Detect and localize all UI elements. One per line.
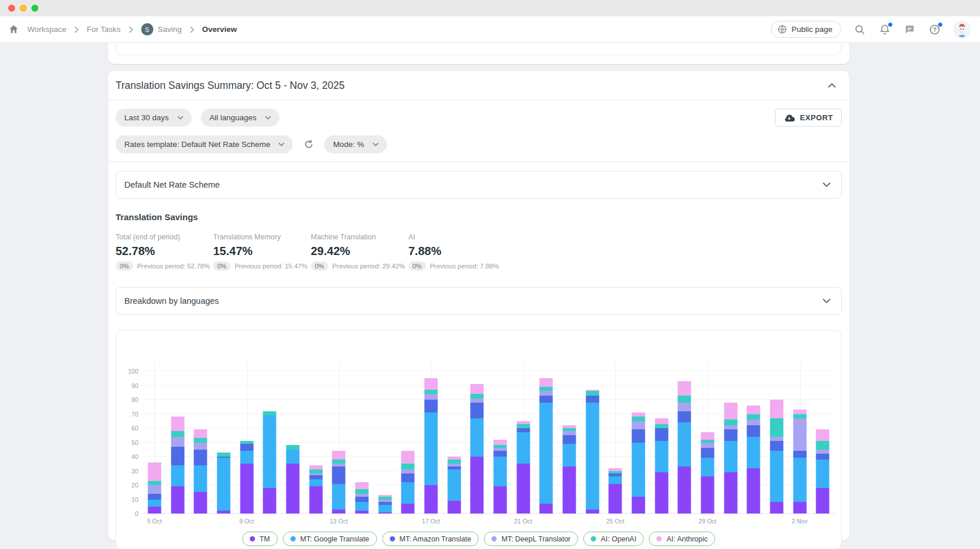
bar-segment [747, 468, 760, 514]
public-page-button[interactable]: Public page [771, 21, 841, 38]
home-icon[interactable] [7, 23, 20, 36]
export-button[interactable]: EXPORT [775, 109, 842, 127]
rate-scheme-section[interactable]: Default Net Rate Scheme [116, 171, 842, 199]
bar-segment [770, 441, 783, 451]
breakdown-by-languages-section[interactable]: Breakdown by languages [116, 287, 842, 315]
stacked-bar [701, 432, 714, 514]
bar-segment [770, 418, 783, 437]
chevron-down-icon [177, 116, 184, 120]
bar-segment [194, 443, 207, 450]
bar-segment [747, 419, 760, 425]
legend-item[interactable]: AI: Anthropic [649, 532, 715, 546]
legend-item[interactable]: MT: Google Translate [283, 532, 377, 546]
bar-segment [678, 411, 691, 423]
help-icon[interactable]: ? [928, 23, 941, 36]
chevron-down-icon [372, 142, 379, 146]
bar-segment [447, 460, 461, 464]
chat-icon[interactable] [903, 23, 916, 36]
bar-segment [770, 400, 783, 418]
stacked-bar [562, 425, 576, 514]
bar-segment [424, 412, 437, 485]
stat-label: Machine Translation [311, 233, 408, 241]
period-filter-dropdown[interactable]: Last 30 days [116, 109, 192, 127]
bar-slot [235, 371, 259, 514]
bar-segment [655, 424, 668, 428]
y-tick-label: 60 [131, 425, 138, 432]
y-tick-label: 20 [131, 482, 138, 489]
bar-slot [765, 371, 788, 514]
x-tick-label: 2 Nov [792, 518, 807, 525]
stacked-bar [516, 421, 530, 514]
bar-slot [396, 371, 419, 514]
bar-segment [378, 505, 392, 512]
page-background: Translation Savings Summary: Oct 5 - Nov… [0, 43, 980, 549]
legend-label: AI: Anthropic [666, 535, 708, 543]
breadcrumb-for-tasks[interactable]: For Tasks [87, 25, 120, 34]
bar-segment [631, 412, 645, 417]
stacked-bar [286, 445, 299, 514]
bar-segment [263, 415, 277, 488]
legend-item[interactable]: MT: DeepL Translator [484, 532, 578, 546]
stacked-bar [747, 406, 760, 514]
legend-dot [591, 536, 596, 541]
y-tick-label: 90 [131, 382, 138, 389]
search-icon[interactable] [853, 23, 866, 36]
bar-segment [148, 500, 161, 507]
bar-slot [258, 371, 281, 514]
bar-segment [540, 396, 553, 403]
rates-template-dropdown[interactable]: Rates template: Default Net Rate Scheme [116, 135, 293, 153]
page-title: Translation Savings Summary: Oct 5 - Nov… [116, 80, 344, 92]
cloud-download-icon [784, 114, 795, 122]
legend-item[interactable]: MT: Amazon Translate [382, 532, 479, 546]
bar-segment [701, 448, 714, 458]
bar-segment [724, 472, 737, 514]
bar-segment [516, 428, 530, 432]
chevron-up-icon [825, 79, 838, 92]
bar-segment [540, 504, 553, 514]
bar-segment [240, 451, 253, 464]
close-window-button[interactable] [8, 5, 15, 12]
bar-segment [516, 432, 530, 464]
bar-slot [374, 371, 397, 514]
chevron-right-icon [128, 26, 134, 33]
stacked-bar [171, 417, 184, 514]
bar-segment [424, 390, 437, 394]
breadcrumb-saving[interactable]: S Saving [141, 23, 182, 35]
bar-slot [465, 371, 489, 514]
languages-filter-dropdown[interactable]: All languages [201, 109, 279, 127]
previous-period-text: Previous period: 52.78% [137, 263, 210, 270]
bar-segment [609, 484, 622, 514]
breadcrumb-workspace[interactable]: Workspace [27, 25, 66, 34]
bar-segment [631, 497, 645, 514]
bar-segment [194, 465, 207, 493]
bar-segment [355, 502, 368, 511]
notifications-bell-icon[interactable] [878, 23, 891, 36]
delta-badge: 0% [116, 261, 133, 271]
stacked-bar [609, 468, 622, 514]
maximize-window-button[interactable] [31, 5, 38, 12]
savings-stats-row: Total (end of period)52.78%0%Previous pe… [116, 233, 842, 271]
bar-segment [655, 441, 668, 472]
top-navigation-bar: Workspace For Tasks S Saving Overview Pu… [0, 16, 980, 43]
minimize-window-button[interactable] [20, 5, 27, 12]
bar-segment [401, 504, 415, 514]
collapse-section-button[interactable] [824, 78, 839, 93]
legend-item[interactable]: TM [242, 532, 278, 546]
bar-segment [171, 486, 184, 514]
bar-segment [171, 417, 184, 431]
stacked-bar [678, 381, 691, 514]
savings-stat: Total (end of period)52.78%0%Previous pe… [116, 233, 213, 271]
y-tick-label: 70 [131, 411, 138, 418]
stacked-bar [401, 451, 415, 514]
legend-label: MT: Amazon Translate [400, 535, 472, 543]
legend-dot [290, 536, 296, 541]
user-avatar[interactable] [953, 21, 971, 38]
refresh-icon[interactable] [302, 138, 315, 151]
legend-item[interactable]: AI: OpenAI [583, 532, 644, 546]
bar-segment [493, 486, 507, 514]
chevron-down-icon [278, 142, 285, 146]
bar-segment [401, 473, 415, 482]
mode-dropdown[interactable]: Mode: % [324, 135, 386, 153]
divider [108, 162, 849, 162]
bar-segment [586, 509, 599, 514]
